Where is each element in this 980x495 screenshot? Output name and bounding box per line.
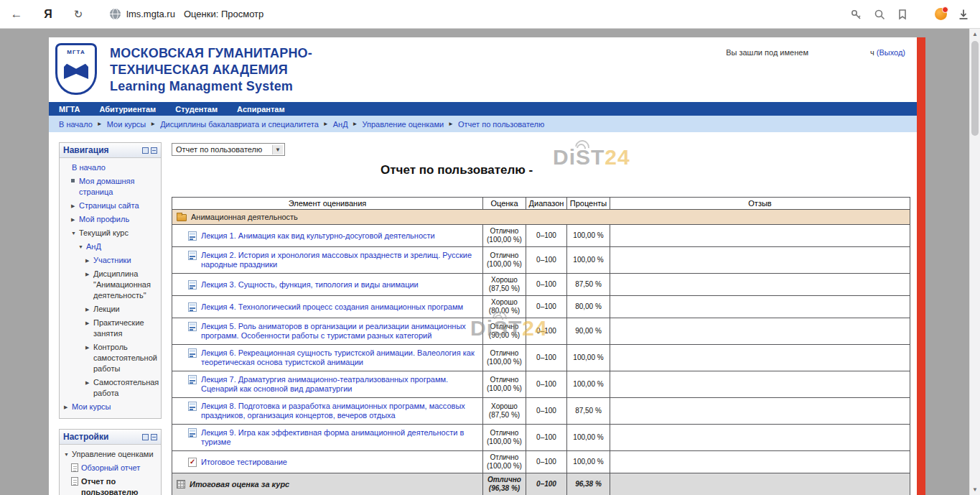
dropdown-caret-icon[interactable]: ▼: [272, 145, 283, 154]
range-cell: 0–100: [526, 371, 567, 398]
breadcrumb: В начало ► Мои курсы ► Дисциплины бакала…: [49, 116, 917, 132]
lesson-icon: [188, 428, 197, 438]
feedback-cell: [610, 247, 910, 274]
chevron-right-icon[interactable]: [85, 377, 93, 388]
bookmark-flag-icon[interactable]: [896, 8, 909, 21]
grade-cell: Отлично(100,00 %): [483, 345, 526, 371]
scroll-up-icon[interactable]: ▲: [970, 29, 980, 40]
grade-item-link[interactable]: Лекция 6. Рекреационная сущность туристс…: [201, 348, 480, 367]
navbar-item-mgta[interactable]: МГТА: [59, 105, 80, 114]
breadcrumb-separator-icon: ►: [353, 121, 358, 127]
sidebar-item-selfwork[interactable]: Самостоятельная работа: [62, 376, 159, 400]
grade-item-link[interactable]: Лекция 2. История и хронология массовых …: [201, 251, 480, 269]
breadcrumb-disciplines[interactable]: Дисциплины бакалавриата и специалитета: [160, 120, 319, 129]
chevron-right-icon[interactable]: [85, 342, 93, 353]
address-page-title[interactable]: Оценки: Просмотр: [184, 9, 263, 19]
download-icon[interactable]: [957, 8, 970, 21]
sidebar-link[interactable]: Страницы сайта: [79, 200, 139, 211]
sidebar-link[interactable]: Участники: [93, 255, 131, 266]
chevron-down-icon[interactable]: [78, 241, 86, 252]
password-key-icon[interactable]: [850, 8, 863, 21]
main-content: Отчет по пользователю ▼ Отчет по пользов…: [172, 142, 910, 495]
sidebar-link[interactable]: Обзорный отчет: [81, 463, 140, 473]
extension-notification-icon[interactable]: [935, 8, 947, 20]
col-header-item: Элемент оценивания: [172, 198, 483, 210]
collapse-block-icon[interactable]: [151, 434, 157, 440]
chevron-right-icon[interactable]: [85, 304, 93, 315]
back-button[interactable]: ←: [4, 7, 29, 22]
logo-book-emblem-icon: [64, 60, 88, 79]
sidebar-link[interactable]: АнД: [86, 241, 101, 252]
sidebar-item-participants[interactable]: Участники: [62, 254, 159, 267]
collapse-block-icon[interactable]: [151, 147, 157, 154]
grade-item-link[interactable]: Лекция 5. Роль аниматоров в организации …: [201, 322, 480, 341]
breadcrumb-home[interactable]: В начало: [59, 120, 93, 129]
chevron-right-icon[interactable]: [85, 255, 93, 266]
sidebar-link[interactable]: Моя домашняя страница: [79, 176, 159, 198]
logout-link[interactable]: (Выход): [877, 48, 905, 57]
settings-item-user-report[interactable]: Отчет по пользователю: [62, 475, 159, 495]
sidebar-item-my-profile[interactable]: Мой профиль: [62, 213, 159, 226]
chevron-right-icon[interactable]: [71, 200, 79, 211]
breadcrumb-separator-icon: ►: [150, 121, 156, 127]
quiz-icon: [188, 458, 197, 467]
sidebar-current-page: Отчет по пользователю: [81, 476, 159, 495]
chevron-down-icon[interactable]: [71, 228, 79, 239]
page-viewport: МГТА МОСКОВСКАЯ ГУМАНИТАРНО- ТЕХНИЧЕСКАЯ…: [0, 29, 969, 495]
dock-block-icon[interactable]: [142, 434, 149, 440]
scroll-down-icon[interactable]: ▼: [970, 484, 980, 495]
grade-item-link[interactable]: Лекция 1. Анимация как вид культурно-дос…: [201, 231, 435, 241]
address-url[interactable]: lms.mgta.ru: [126, 9, 175, 19]
range-cell: 0–100: [526, 296, 567, 318]
grade-item-link[interactable]: Итоговое тестирование: [201, 458, 287, 467]
lms-page: МГТА МОСКОВСКАЯ ГУМАНИТАРНО- ТЕХНИЧЕСКАЯ…: [49, 37, 917, 495]
sidebar-item-my-courses[interactable]: Мои курсы: [62, 400, 159, 414]
settings-item-overview-report[interactable]: Обзорный отчет: [62, 461, 159, 475]
chevron-right-icon[interactable]: [71, 214, 79, 225]
breadcrumb-grade-admin[interactable]: Управление оценками: [363, 120, 444, 129]
navbar-item-studentam[interactable]: Студентам: [175, 105, 218, 114]
window-scrollbar[interactable]: ▲ ▼: [969, 29, 980, 495]
yandex-browser-icon[interactable]: Я: [37, 8, 59, 21]
chevron-right-icon[interactable]: [64, 402, 72, 412]
settings-item-grade-admin[interactable]: Управление оценками: [62, 448, 159, 461]
sidebar-item-current-course[interactable]: Текущий курс: [62, 226, 159, 240]
breadcrumb-course[interactable]: АнД: [333, 120, 348, 129]
grade-row: Лекция 6. Рекреационная сущность туристс…: [172, 345, 910, 371]
chevron-down-icon[interactable]: [64, 449, 72, 460]
navbar-item-aspirantam[interactable]: Аспирантам: [237, 105, 284, 114]
sidebar-item-home[interactable]: В начало: [62, 161, 159, 175]
search-icon[interactable]: [873, 8, 886, 21]
grade-row: Лекция 4. Технологический процесс создан…: [172, 296, 910, 318]
sidebar-item-and-course[interactable]: АнД: [62, 240, 159, 254]
sidebar-item-site-pages[interactable]: Страницы сайта: [62, 199, 159, 213]
sidebar-link[interactable]: Мой профиль: [79, 214, 129, 225]
sidebar-link[interactable]: Мои курсы: [72, 402, 111, 412]
grade-row: Лекция 9. Игра как эффективная форма ани…: [172, 425, 910, 451]
grade-row: Лекция 5. Роль аниматоров в организации …: [172, 318, 910, 345]
settings-block-header: Настройки: [60, 430, 161, 445]
scrollbar-thumb[interactable]: [971, 41, 979, 136]
breadcrumb-user-report[interactable]: Отчет по пользователю: [458, 120, 544, 129]
sidebar-item-my-home[interactable]: Моя домашняя страница: [62, 175, 159, 199]
dock-block-icon[interactable]: [142, 147, 149, 154]
navbar-item-abiturientam[interactable]: Абитуриентам: [99, 105, 156, 114]
sidebar-item-lectures[interactable]: Лекции: [62, 302, 159, 316]
sidebar-item-discipline[interactable]: Дисциплина "Анимационная деятельность": [62, 267, 159, 302]
grade-cell: Отлично(100,00 %): [483, 425, 526, 451]
grade-item-link[interactable]: Лекция 9. Игра как эффективная форма ани…: [201, 428, 480, 447]
reload-button[interactable]: ↻: [66, 8, 90, 21]
chevron-right-icon[interactable]: [85, 269, 93, 279]
grade-item-link[interactable]: Лекция 4. Технологический процесс создан…: [201, 302, 463, 312]
chevron-right-icon[interactable]: [85, 318, 93, 328]
grade-item-link[interactable]: Лекция 8. Подготовка и разработка анимац…: [201, 402, 480, 420]
sidebar-item-practical[interactable]: Практические занятия: [62, 316, 159, 341]
breadcrumb-my-courses[interactable]: Мои курсы: [107, 120, 146, 129]
sidebar-link[interactable]: В начало: [72, 162, 106, 173]
lesson-icon: [188, 322, 197, 331]
report-type-select[interactable]: Отчет по пользователю ▼: [172, 143, 285, 156]
grade-item-link[interactable]: Лекция 3. Сущность, функция, типология и…: [201, 280, 419, 290]
settings-block: Настройки Управление оценками Обзорный о…: [59, 429, 162, 495]
grade-item-link[interactable]: Лекция 7. Драматургия анимационно-театра…: [201, 375, 480, 394]
sidebar-item-selfwork-control[interactable]: Контроль самостоятельной работы: [62, 341, 159, 376]
